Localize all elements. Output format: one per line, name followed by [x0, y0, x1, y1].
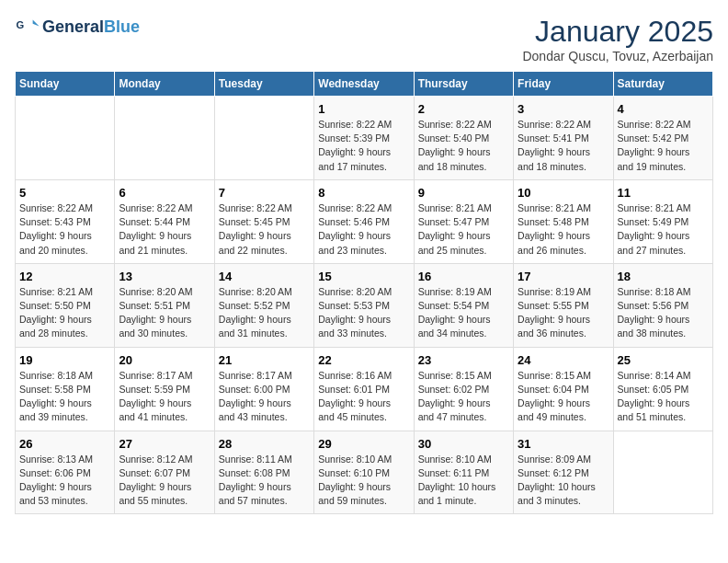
- calendar-cell: 23Sunrise: 8:15 AM Sunset: 6:02 PM Dayli…: [414, 347, 513, 431]
- day-number: 29: [318, 437, 409, 451]
- calendar-cell: [613, 431, 712, 514]
- calendar-cell: 21Sunrise: 8:17 AM Sunset: 6:00 PM Dayli…: [214, 347, 313, 431]
- calendar-cell: 24Sunrise: 8:15 AM Sunset: 6:04 PM Dayli…: [514, 347, 613, 431]
- calendar-cell: [115, 97, 214, 180]
- calendar-week-2: 5Sunrise: 8:22 AM Sunset: 5:43 PM Daylig…: [16, 179, 713, 263]
- calendar-cell: 13Sunrise: 8:20 AM Sunset: 5:51 PM Dayli…: [115, 263, 214, 347]
- calendar-cell: 10Sunrise: 8:21 AM Sunset: 5:48 PM Dayli…: [514, 179, 613, 263]
- day-number: 21: [219, 353, 310, 367]
- day-info: Sunrise: 8:21 AM Sunset: 5:47 PM Dayligh…: [418, 201, 509, 258]
- logo: G GeneralBlue: [15, 15, 140, 40]
- day-info: Sunrise: 8:21 AM Sunset: 5:48 PM Dayligh…: [518, 201, 609, 258]
- weekday-monday: Monday: [115, 72, 214, 97]
- calendar-week-3: 12Sunrise: 8:21 AM Sunset: 5:50 PM Dayli…: [16, 263, 713, 347]
- day-number: 19: [19, 353, 110, 367]
- day-number: 13: [119, 270, 210, 283]
- calendar-cell: 25Sunrise: 8:14 AM Sunset: 6:05 PM Dayli…: [613, 347, 712, 431]
- day-number: 11: [618, 186, 709, 200]
- calendar-cell: 5Sunrise: 8:22 AM Sunset: 5:43 PM Daylig…: [16, 179, 115, 263]
- day-info: Sunrise: 8:15 AM Sunset: 6:04 PM Dayligh…: [518, 369, 609, 425]
- calendar-cell: 29Sunrise: 8:10 AM Sunset: 6:10 PM Dayli…: [314, 431, 414, 514]
- day-number: 4: [618, 102, 709, 116]
- calendar-cell: 31Sunrise: 8:09 AM Sunset: 6:12 PM Dayli…: [514, 431, 613, 514]
- calendar-cell: 17Sunrise: 8:19 AM Sunset: 5:55 PM Dayli…: [514, 263, 613, 347]
- header: G GeneralBlue January 2025 Dondar Quscu,…: [15, 15, 713, 63]
- day-info: Sunrise: 8:21 AM Sunset: 5:50 PM Dayligh…: [19, 285, 110, 341]
- day-number: 23: [418, 353, 509, 367]
- calendar-cell: 9Sunrise: 8:21 AM Sunset: 5:47 PM Daylig…: [414, 179, 513, 263]
- day-info: Sunrise: 8:20 AM Sunset: 5:51 PM Dayligh…: [119, 285, 210, 341]
- calendar-cell: 19Sunrise: 8:18 AM Sunset: 5:58 PM Dayli…: [16, 347, 115, 431]
- day-number: 22: [318, 353, 409, 367]
- svg-marker-1: [33, 20, 40, 27]
- calendar-cell: 11Sunrise: 8:21 AM Sunset: 5:49 PM Dayli…: [613, 179, 712, 263]
- day-number: 20: [119, 353, 210, 367]
- calendar-cell: 12Sunrise: 8:21 AM Sunset: 5:50 PM Dayli…: [16, 263, 115, 347]
- day-number: 1: [318, 102, 409, 116]
- day-number: 8: [318, 186, 409, 200]
- day-number: 26: [19, 437, 110, 451]
- calendar-week-4: 19Sunrise: 8:18 AM Sunset: 5:58 PM Dayli…: [16, 347, 713, 431]
- calendar-body: 1Sunrise: 8:22 AM Sunset: 5:39 PM Daylig…: [16, 97, 713, 514]
- day-info: Sunrise: 8:17 AM Sunset: 6:00 PM Dayligh…: [219, 369, 310, 425]
- svg-text:G: G: [16, 19, 24, 30]
- calendar-cell: [214, 97, 313, 180]
- logo-icon: G: [15, 15, 40, 40]
- calendar-cell: 1Sunrise: 8:22 AM Sunset: 5:39 PM Daylig…: [314, 97, 414, 180]
- day-info: Sunrise: 8:22 AM Sunset: 5:39 PM Dayligh…: [318, 118, 409, 174]
- calendar-cell: 2Sunrise: 8:22 AM Sunset: 5:40 PM Daylig…: [414, 97, 513, 180]
- weekday-friday: Friday: [514, 72, 613, 97]
- day-info: Sunrise: 8:10 AM Sunset: 6:11 PM Dayligh…: [418, 453, 509, 509]
- day-number: 31: [518, 437, 609, 451]
- day-number: 6: [119, 186, 210, 200]
- calendar-cell: 16Sunrise: 8:19 AM Sunset: 5:54 PM Dayli…: [414, 263, 513, 347]
- day-info: Sunrise: 8:14 AM Sunset: 6:05 PM Dayligh…: [618, 369, 709, 425]
- weekday-sunday: Sunday: [16, 72, 115, 97]
- day-info: Sunrise: 8:21 AM Sunset: 5:49 PM Dayligh…: [618, 201, 709, 258]
- calendar-week-5: 26Sunrise: 8:13 AM Sunset: 6:06 PM Dayli…: [16, 431, 713, 514]
- day-info: Sunrise: 8:20 AM Sunset: 5:53 PM Dayligh…: [318, 285, 409, 341]
- day-number: 18: [618, 270, 709, 283]
- weekday-saturday: Saturday: [613, 72, 712, 97]
- weekday-thursday: Thursday: [414, 72, 513, 97]
- calendar-table: SundayMondayTuesdayWednesdayThursdayFrid…: [15, 71, 713, 514]
- weekday-tuesday: Tuesday: [214, 72, 313, 97]
- day-info: Sunrise: 8:11 AM Sunset: 6:08 PM Dayligh…: [219, 453, 310, 509]
- day-number: 27: [119, 437, 210, 451]
- day-number: 30: [418, 437, 509, 451]
- day-info: Sunrise: 8:22 AM Sunset: 5:44 PM Dayligh…: [119, 201, 210, 258]
- day-info: Sunrise: 8:22 AM Sunset: 5:40 PM Dayligh…: [418, 118, 509, 174]
- day-info: Sunrise: 8:15 AM Sunset: 6:02 PM Dayligh…: [418, 369, 509, 425]
- calendar-cell: 7Sunrise: 8:22 AM Sunset: 5:45 PM Daylig…: [214, 179, 313, 263]
- day-number: 9: [418, 186, 509, 200]
- weekday-header-row: SundayMondayTuesdayWednesdayThursdayFrid…: [16, 72, 713, 97]
- day-info: Sunrise: 8:19 AM Sunset: 5:54 PM Dayligh…: [418, 285, 509, 341]
- calendar-week-1: 1Sunrise: 8:22 AM Sunset: 5:39 PM Daylig…: [16, 97, 713, 180]
- calendar-cell: 8Sunrise: 8:22 AM Sunset: 5:46 PM Daylig…: [314, 179, 414, 263]
- day-info: Sunrise: 8:19 AM Sunset: 5:55 PM Dayligh…: [518, 285, 609, 341]
- calendar-cell: 22Sunrise: 8:16 AM Sunset: 6:01 PM Dayli…: [314, 347, 414, 431]
- title-area: January 2025 Dondar Quscu, Tovuz, Azerba…: [522, 15, 713, 63]
- calendar-cell: [16, 97, 115, 180]
- logo-text: GeneralBlue: [42, 17, 140, 38]
- location-subtitle: Dondar Quscu, Tovuz, Azerbaijan: [522, 49, 713, 63]
- day-number: 25: [618, 353, 709, 367]
- calendar-cell: 6Sunrise: 8:22 AM Sunset: 5:44 PM Daylig…: [115, 179, 214, 263]
- day-number: 10: [518, 186, 609, 200]
- month-title: January 2025: [522, 15, 713, 49]
- day-info: Sunrise: 8:10 AM Sunset: 6:10 PM Dayligh…: [318, 453, 409, 509]
- day-info: Sunrise: 8:20 AM Sunset: 5:52 PM Dayligh…: [219, 285, 310, 341]
- day-number: 15: [318, 270, 409, 283]
- calendar-cell: 20Sunrise: 8:17 AM Sunset: 5:59 PM Dayli…: [115, 347, 214, 431]
- day-number: 16: [418, 270, 509, 283]
- day-info: Sunrise: 8:18 AM Sunset: 5:58 PM Dayligh…: [19, 369, 110, 425]
- weekday-wednesday: Wednesday: [314, 72, 414, 97]
- day-info: Sunrise: 8:22 AM Sunset: 5:41 PM Dayligh…: [518, 118, 609, 174]
- calendar-cell: 14Sunrise: 8:20 AM Sunset: 5:52 PM Dayli…: [214, 263, 313, 347]
- calendar-cell: 4Sunrise: 8:22 AM Sunset: 5:42 PM Daylig…: [613, 97, 712, 180]
- calendar-cell: 15Sunrise: 8:20 AM Sunset: 5:53 PM Dayli…: [314, 263, 414, 347]
- day-info: Sunrise: 8:13 AM Sunset: 6:06 PM Dayligh…: [19, 453, 110, 509]
- day-info: Sunrise: 8:22 AM Sunset: 5:46 PM Dayligh…: [318, 201, 409, 258]
- day-number: 17: [518, 270, 609, 283]
- day-info: Sunrise: 8:16 AM Sunset: 6:01 PM Dayligh…: [318, 369, 409, 425]
